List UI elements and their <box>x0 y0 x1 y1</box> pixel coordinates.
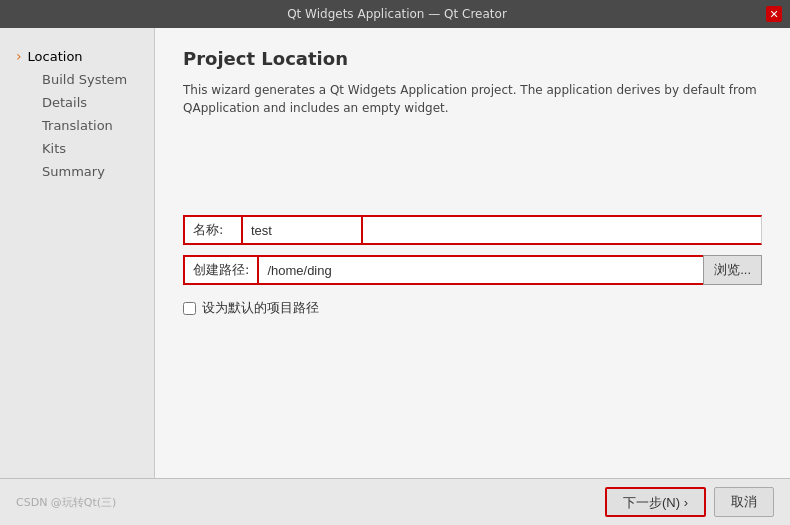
close-button[interactable]: ✕ <box>766 6 782 22</box>
sidebar-item-label: Build System <box>42 72 127 87</box>
path-row: 创建路径: 浏览... <box>183 255 762 285</box>
default-path-checkbox[interactable] <box>183 302 196 315</box>
path-label: 创建路径: <box>183 255 259 285</box>
sidebar-item-build-system[interactable]: Build System <box>0 68 154 91</box>
main-panel: Project Location This wizard generates a… <box>155 28 790 478</box>
name-label: 名称: <box>183 215 243 245</box>
watermark-text: CSDN @玩转Qt(三) <box>16 495 116 510</box>
sidebar-item-label: Details <box>42 95 87 110</box>
name-input[interactable] <box>243 215 363 245</box>
checkbox-row: 设为默认的项目路径 <box>183 299 762 317</box>
sidebar-item-label: Kits <box>42 141 66 156</box>
name-row: 名称: <box>183 215 762 245</box>
form-area: 名称: 创建路径: 浏览... 设为默认的项目路径 <box>183 215 762 317</box>
sidebar: › Location Build System Details Translat… <box>0 28 155 478</box>
checkbox-label: 设为默认的项目路径 <box>202 299 319 317</box>
sidebar-item-label: Translation <box>42 118 113 133</box>
name-input-rest[interactable] <box>363 215 762 245</box>
sidebar-item-kits[interactable]: Kits <box>0 137 154 160</box>
dialog: › Location Build System Details Translat… <box>0 28 790 525</box>
cancel-button[interactable]: 取消 <box>714 487 774 517</box>
sidebar-item-label: Location <box>28 49 83 64</box>
description-text: This wizard generates a Qt Widgets Appli… <box>183 81 762 117</box>
sidebar-item-summary[interactable]: Summary <box>0 160 154 183</box>
content-area: › Location Build System Details Translat… <box>0 28 790 478</box>
page-title: Project Location <box>183 48 762 69</box>
next-button[interactable]: 下一步(N) › <box>605 487 706 517</box>
active-arrow-icon: › <box>16 48 22 64</box>
sidebar-item-details[interactable]: Details <box>0 91 154 114</box>
sidebar-item-location[interactable]: › Location <box>0 44 154 68</box>
bottom-bar: CSDN @玩转Qt(三) 下一步(N) › 取消 <box>0 478 790 525</box>
window-title: Qt Widgets Application — Qt Creator <box>28 7 766 21</box>
titlebar: Qt Widgets Application — Qt Creator ✕ <box>0 0 790 28</box>
browse-button[interactable]: 浏览... <box>703 255 762 285</box>
sidebar-item-translation[interactable]: Translation <box>0 114 154 137</box>
path-input[interactable] <box>259 255 703 285</box>
sidebar-item-label: Summary <box>42 164 105 179</box>
